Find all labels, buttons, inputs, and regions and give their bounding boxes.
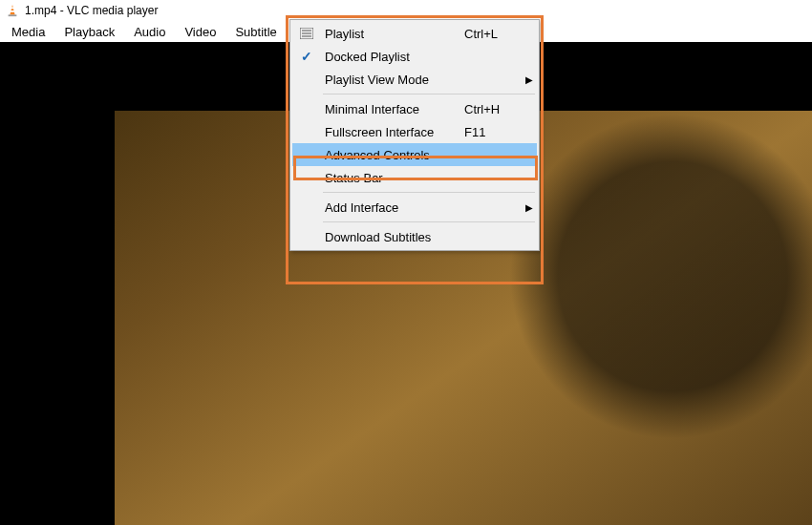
menu-item-accel: Ctrl+L — [464, 27, 522, 41]
menu-item-label: Playlist — [321, 27, 464, 41]
submenu-arrow-icon: ▶ — [522, 202, 537, 213]
checkmark-icon: ✓ — [301, 49, 312, 64]
menu-separator — [323, 192, 535, 193]
svg-rect-2 — [11, 10, 15, 12]
menu-item-accel: F11 — [464, 125, 522, 139]
playlist-icon — [292, 28, 321, 39]
menu-separator — [323, 94, 535, 94]
menu-item-label: Add Interface — [321, 200, 464, 215]
svg-rect-3 — [9, 14, 17, 16]
menu-media[interactable]: Media — [2, 23, 54, 41]
menu-item-minimal-interface[interactable]: Minimal Interface Ctrl+H — [292, 97, 537, 120]
vlc-logo-icon — [6, 4, 19, 17]
menu-item-fullscreen-interface[interactable]: Fullscreen Interface F11 — [292, 120, 537, 143]
svg-rect-1 — [11, 8, 14, 10]
menu-subtitle[interactable]: Subtitle — [225, 23, 286, 41]
menu-audio[interactable]: Audio — [124, 23, 175, 41]
menu-item-accel: Ctrl+H — [464, 102, 522, 116]
menu-item-playlist-view-mode[interactable]: Playlist View Mode ▶ — [292, 68, 537, 91]
window-title: 1.mp4 - VLC media player — [25, 4, 158, 17]
menu-item-docked-playlist[interactable]: ✓ Docked Playlist — [292, 45, 537, 68]
menu-item-label: Advanced Controls — [321, 148, 464, 162]
menu-item-label: Minimal Interface — [321, 102, 464, 116]
menu-item-label: Status Bar — [321, 171, 464, 185]
menu-item-label: Fullscreen Interface — [321, 125, 464, 139]
titlebar: 1.mp4 - VLC media player — [0, 0, 812, 21]
menu-item-label: Playlist View Mode — [321, 73, 464, 87]
menu-item-status-bar[interactable]: Status Bar — [292, 166, 537, 189]
menu-item-advanced-controls[interactable]: Advanced Controls — [292, 143, 537, 166]
menu-video[interactable]: Video — [175, 23, 225, 41]
view-dropdown: Playlist Ctrl+L ✓ Docked Playlist Playli… — [289, 19, 540, 251]
submenu-arrow-icon: ▶ — [522, 74, 537, 85]
menu-item-add-interface[interactable]: Add Interface ▶ — [292, 196, 537, 219]
menu-playback[interactable]: Playback — [54, 23, 124, 41]
menu-item-label: Download Subtitles — [321, 230, 464, 244]
svg-marker-0 — [10, 5, 14, 15]
menu-separator — [323, 221, 535, 222]
menu-item-label: Docked Playlist — [321, 50, 464, 64]
menu-item-playlist[interactable]: Playlist Ctrl+L — [292, 22, 537, 45]
menu-item-download-subtitles[interactable]: Download Subtitles — [292, 225, 537, 248]
